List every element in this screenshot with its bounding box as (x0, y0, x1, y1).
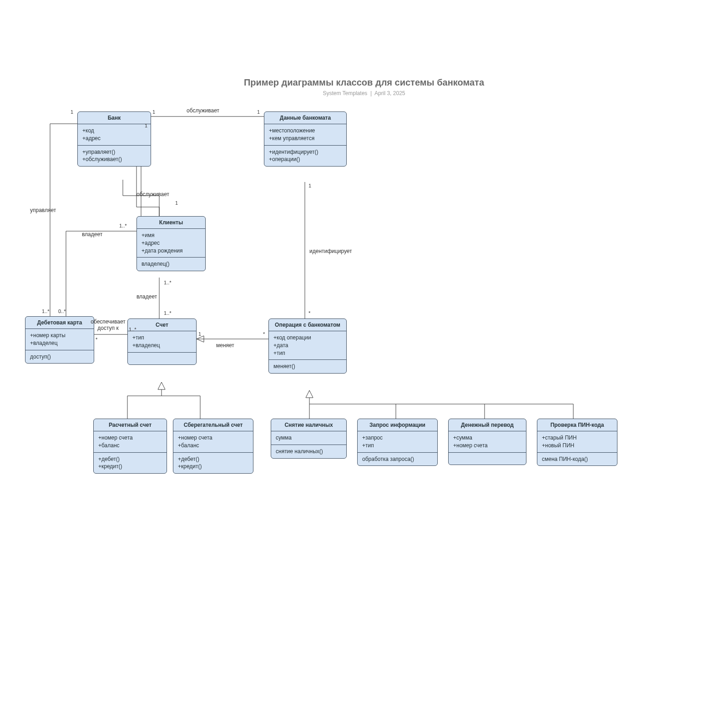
mult-clients-bottom: 1..* (164, 280, 172, 285)
label-manages: управляет (30, 207, 56, 213)
label-identifies: идентифицирует (309, 248, 352, 254)
class-clients-ops: владелец() (142, 260, 201, 268)
class-atmop: Операция с банкоматом +код операции +дат… (268, 318, 347, 374)
class-transfer-name: Денежный перевод (449, 419, 526, 431)
connector-layer (0, 0, 728, 728)
class-account-attrs: +тип +владелец (132, 334, 192, 349)
class-debit-name: Дебетовая карта (25, 317, 94, 329)
class-query-attrs: +запрос +тип (362, 434, 433, 450)
class-withdrawal-attrs: сумма (276, 434, 342, 442)
label-owns-1: владеет (82, 231, 102, 238)
class-withdrawal: Снятие наличных сумма снятие наличных() (271, 419, 347, 459)
class-debit: Дебетовая карта +номер карты +владелец д… (25, 316, 94, 364)
diagram-title: Пример диаграммы классов для системы бан… (0, 77, 728, 88)
label-access: обеспечивает доступ к (89, 318, 127, 332)
class-bank-attrs: +код +адрес (82, 127, 146, 142)
svg-marker-0 (197, 336, 204, 342)
class-clients: Клиенты +имя +адрес +дата рождения владе… (136, 216, 206, 271)
class-savings-ops: +дебет() +кредит() (178, 455, 248, 471)
class-checking-name: Расчетный счет (94, 419, 167, 431)
class-checking-attrs: +номер счета +баланс (98, 434, 162, 450)
svg-marker-2 (306, 390, 313, 398)
mult-account-left: 1..* (129, 327, 136, 332)
mult-debit-top1: 1..* (42, 308, 50, 314)
class-query: Запрос информации +запрос +тип обработка… (357, 419, 438, 466)
class-query-name: Запрос информации (358, 419, 437, 431)
class-atmdata: Данные банкомата +местоположение +кем уп… (264, 111, 347, 167)
class-atmdata-attrs: +местоположение +кем управляется (269, 127, 342, 142)
class-debit-attrs: +номер карты +владелец (30, 332, 89, 347)
class-atmop-name: Операция с банкоматом (269, 319, 346, 331)
class-query-ops: обработка запроса() (362, 455, 433, 463)
class-atmop-attrs: +код операции +дата +тип (273, 334, 342, 357)
label-owns-2: владеет (136, 293, 157, 300)
class-atmdata-ops: +идентифицирует() +операции() (269, 148, 342, 164)
mult-clients-top: 1 (175, 200, 178, 206)
class-atmdata-name: Данные банкомата (264, 112, 346, 124)
class-account: Счет +тип +владелец (127, 318, 197, 365)
diagram-subtitle: System Templates | April 3, 2025 (0, 90, 728, 96)
class-pin-name: Проверка ПИН-кода (537, 419, 617, 431)
mult-debit-right: * (96, 337, 97, 342)
mult-debit-top2: 0..* (58, 308, 66, 314)
mult-atmdata-bottom: 1 (308, 183, 311, 188)
class-withdrawal-ops: снятие наличных() (276, 448, 342, 455)
mult-atmop-top: * (308, 310, 310, 316)
label-changes: меняет (216, 342, 234, 349)
class-pin-ops: смена ПИН-кода() (542, 455, 612, 463)
subtitle-author: System Templates (323, 90, 367, 96)
mult-bank-bottom: 1 (145, 123, 147, 128)
class-savings-attrs: +номер счета +баланс (178, 434, 248, 450)
class-transfer: Денежный перевод +сумма +номер счета (448, 419, 526, 465)
class-transfer-attrs: +сумма +номер счета (453, 434, 521, 450)
mult-clients-left: 1..* (119, 223, 127, 228)
class-clients-name: Клиенты (137, 217, 205, 229)
class-clients-attrs: +имя +адрес +дата рождения (142, 232, 201, 254)
subtitle-date: April 3, 2025 (374, 90, 405, 96)
class-bank: Банк +код +адрес +управляет() +обслужива… (77, 111, 151, 167)
class-debit-ops: доступ() (30, 353, 89, 361)
label-serves-top: обслуживает (187, 107, 219, 114)
mult-atmop-left: * (263, 331, 265, 337)
mult-bank-right: 1 (152, 109, 155, 115)
class-bank-ops: +управляет() +обслуживает() (82, 148, 146, 164)
label-serves-mid: обслуживает (136, 191, 169, 197)
svg-marker-1 (158, 382, 165, 389)
mult-atmdata-left: 1 (257, 109, 260, 115)
class-atmop-ops: меняет() (273, 363, 342, 370)
class-pin: Проверка ПИН-кода +старый ПИН +новый ПИН… (537, 419, 617, 466)
class-savings: Сберегательный счет +номер счета +баланс… (173, 419, 253, 474)
class-pin-attrs: +старый ПИН +новый ПИН (542, 434, 612, 450)
class-savings-name: Сберегательный счет (173, 419, 253, 431)
class-withdrawal-name: Снятие наличных (271, 419, 346, 431)
mult-account-right: 1 (198, 331, 201, 337)
class-checking-ops: +дебет() +кредит() (98, 455, 162, 471)
class-account-name: Счет (128, 319, 196, 331)
class-checking: Расчетный счет +номер счета +баланс +деб… (93, 419, 167, 474)
class-bank-name: Банк (78, 112, 151, 124)
mult-bank-left: 1 (71, 109, 73, 115)
mult-account-top: 1..* (164, 310, 172, 316)
